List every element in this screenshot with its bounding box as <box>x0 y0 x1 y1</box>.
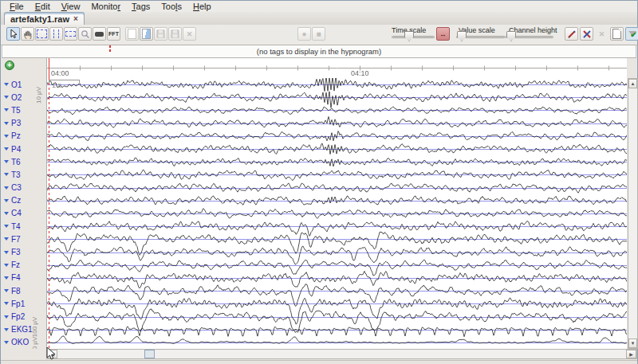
stop-button[interactable]: ■ <box>312 27 325 41</box>
value-scale-thumb[interactable] <box>457 31 467 41</box>
channel-label-Fp2[interactable]: Fp2 <box>1 310 46 323</box>
pen-icon <box>567 29 577 39</box>
menu-monitor[interactable]: Monitor <box>85 2 126 11</box>
channel-dropdown-icon[interactable] <box>4 147 9 151</box>
menu-tags[interactable]: Tags <box>126 2 156 11</box>
zoom-button[interactable] <box>78 27 92 41</box>
channel-label-F7[interactable]: F7 <box>1 233 46 245</box>
signal-plot[interactable] <box>47 78 627 349</box>
channel-label-F4[interactable]: F4 <box>1 272 46 284</box>
channel-dropdown-icon[interactable] <box>4 122 9 125</box>
horizontal-scroll-thumb[interactable] <box>144 350 155 358</box>
time-ruler[interactable] <box>47 58 627 78</box>
tag-document-button[interactable] <box>140 27 153 41</box>
channel-label-Pz[interactable]: Pz <box>1 130 46 143</box>
channel-label-F8[interactable]: F8 <box>1 284 46 297</box>
document-properties-button[interactable] <box>610 27 624 41</box>
pan-hand-button[interactable] <box>21 27 34 41</box>
time-scale-thumb[interactable] <box>404 31 414 41</box>
save-button[interactable] <box>154 27 167 41</box>
record-button[interactable]: ● <box>297 27 311 41</box>
channel-label-OKO[interactable]: OKO <box>1 336 46 349</box>
channel-label-C3[interactable]: C3 <box>1 182 46 194</box>
select-arrow-button[interactable] <box>6 27 20 41</box>
select-row-button[interactable] <box>64 27 77 41</box>
channel-name: O2 <box>11 93 22 102</box>
channel-dropdown-icon[interactable] <box>4 237 9 241</box>
menu-help[interactable]: Help <box>187 2 217 11</box>
select-block-button[interactable] <box>35 27 49 41</box>
channel-dropdown-icon[interactable] <box>4 135 9 138</box>
check-icon: ✔ <box>630 30 636 39</box>
select-column-button[interactable] <box>49 27 63 41</box>
close-x-icon: ✕ <box>187 30 193 38</box>
channel-dropdown-icon[interactable] <box>4 302 9 305</box>
channel-dropdown-icon[interactable] <box>4 160 9 163</box>
new-document-button[interactable] <box>125 27 139 41</box>
channel-dropdown-icon[interactable] <box>4 108 9 112</box>
filters-toggle[interactable]: ✔ <box>625 27 638 41</box>
status-bar <box>1 360 637 364</box>
channel-label-P3[interactable]: P3 <box>1 117 46 130</box>
channel-dropdown-icon[interactable] <box>4 96 9 99</box>
vertical-scrollbar[interactable]: ▲ ▼ <box>628 78 638 349</box>
channel-dropdown-icon[interactable] <box>4 341 9 344</box>
edit-montage-button[interactable] <box>565 27 578 41</box>
channel-label-Fz[interactable]: Fz <box>1 259 46 272</box>
hypnogram-strip[interactable]: (no tags to display in the hypnogram) <box>2 45 636 58</box>
add-channel-button[interactable]: + <box>5 61 14 70</box>
channel-dropdown-icon[interactable] <box>4 199 9 202</box>
tag-page-icon <box>142 29 151 39</box>
down-arrow-icon: ▼ <box>631 341 636 346</box>
montage-tools-button[interactable] <box>580 27 593 41</box>
channel-name: P4 <box>11 145 21 154</box>
channel-label-Fp1[interactable]: Fp1 <box>1 297 46 310</box>
menu-file[interactable]: File <box>4 2 30 11</box>
channel-label-T6[interactable]: T6 <box>1 155 46 168</box>
channel-dropdown-icon[interactable] <box>4 225 9 228</box>
horizontal-scrollbar[interactable]: ◀ ▶ <box>46 349 637 359</box>
channel-dropdown-icon[interactable] <box>4 264 9 267</box>
channel-dropdown-icon[interactable] <box>4 276 9 280</box>
channel-dropdown-icon[interactable] <box>4 186 9 190</box>
remove-button[interactable]: ✕ <box>595 27 608 41</box>
menu-view[interactable]: View <box>56 2 86 11</box>
channel-dropdown-icon[interactable] <box>4 315 9 319</box>
channel-name: Fz <box>11 260 20 269</box>
magnifier-icon <box>81 29 90 39</box>
measure-button[interactable] <box>93 27 106 41</box>
tab-close-icon[interactable]: × <box>73 15 78 23</box>
channel-name: C4 <box>11 209 22 217</box>
scroll-up-button[interactable]: ▲ <box>628 79 637 88</box>
fit-page-toggle[interactable]: ↔ <box>436 27 450 41</box>
channel-label-P4[interactable]: P4 <box>1 143 46 155</box>
channel-label-C4[interactable]: C4 <box>1 207 46 220</box>
channel-dropdown-icon[interactable] <box>4 212 9 215</box>
scroll-down-button[interactable]: ▼ <box>628 339 637 348</box>
channel-label-EKG1[interactable]: EKG1 <box>1 323 46 336</box>
menu-tools[interactable]: Tools <box>156 2 187 11</box>
scroll-right-button[interactable]: ▶ <box>626 350 636 358</box>
save-as-button[interactable] <box>168 27 182 41</box>
close-document-button[interactable]: ✕ <box>183 27 196 41</box>
channel-label-T3[interactable]: T3 <box>1 168 46 181</box>
channel-dropdown-icon[interactable] <box>4 328 9 331</box>
channel-label-T4[interactable]: T4 <box>1 220 46 233</box>
menu-edit[interactable]: Edit <box>30 2 56 11</box>
channel-label-F3[interactable]: F3 <box>1 245 46 258</box>
channel-dropdown-icon[interactable] <box>4 83 9 86</box>
channel-dropdown-icon[interactable] <box>4 251 9 254</box>
channel-dropdown-icon[interactable] <box>4 289 9 292</box>
channel-gutter: + O1O2T5P3PzP4T6T3C3CzC4T4F7F3FzF4F8Fp1F… <box>1 58 47 349</box>
fft-button[interactable]: FFT <box>107 27 120 41</box>
tab-artefakty1[interactable]: artefakty1.raw × <box>4 12 85 25</box>
channel-height-thumb[interactable] <box>506 31 516 41</box>
floppy-pen-icon <box>171 29 179 38</box>
channel-name: F3 <box>11 248 21 256</box>
signal-content <box>47 58 627 349</box>
channel-label-Cz[interactable]: Cz <box>1 194 46 207</box>
document-icon <box>612 29 621 39</box>
channel-name: T3 <box>11 170 21 179</box>
channel-dropdown-icon[interactable] <box>4 173 9 176</box>
block-select-icon <box>37 29 47 38</box>
